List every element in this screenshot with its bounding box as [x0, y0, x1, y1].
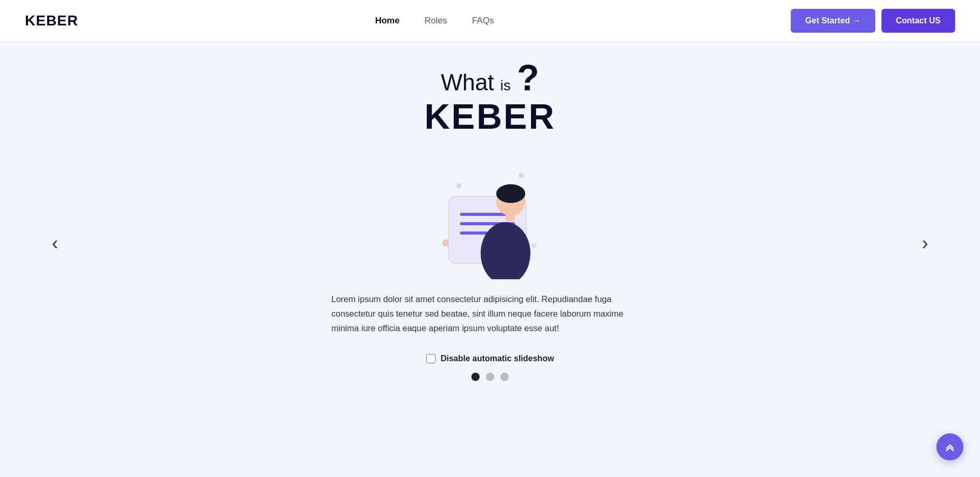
slide-illustration [402, 144, 578, 279]
nav-buttons: Get Started → Contact US [791, 9, 955, 33]
nav-link-faqs[interactable]: FAQs [472, 16, 494, 25]
nav-link-home[interactable]: Home [375, 16, 399, 25]
chevron-left-icon: ‹ [52, 233, 58, 254]
hero-heading: What is ? KEBER [424, 57, 555, 134]
heading-keber: KEBER [424, 99, 555, 134]
slide-dot-3[interactable] [500, 373, 509, 381]
slide-dots [471, 373, 509, 381]
main-content: What is ? KEBER ‹ › [0, 42, 980, 477]
contact-us-button[interactable]: Contact US [881, 9, 955, 33]
scroll-to-top-button[interactable] [936, 433, 963, 460]
prev-slide-button[interactable]: ‹ [41, 227, 68, 260]
disable-slideshow-text: Disable automatic slideshow [441, 354, 554, 363]
heading-is: is [500, 77, 511, 94]
nav-link-roles[interactable]: Roles [425, 16, 447, 25]
chevron-up-icon [944, 441, 956, 453]
svg-rect-12 [506, 213, 515, 221]
disable-slideshow-checkbox[interactable] [426, 354, 436, 363]
slideshow: ‹ › [0, 144, 980, 381]
nav-item-home[interactable]: Home [375, 16, 399, 26]
slide-description: Lorem ipsum dolor sit amet consectetur a… [329, 292, 651, 335]
slide-dot-2[interactable] [486, 373, 494, 381]
chevron-right-icon: › [922, 233, 928, 254]
nav-links: Home Roles FAQs [375, 16, 494, 26]
svg-point-11 [496, 184, 525, 203]
disable-slideshow-label[interactable]: Disable automatic slideshow [426, 354, 554, 363]
svg-point-0 [456, 183, 461, 188]
svg-point-3 [531, 243, 537, 248]
navbar: KEBER Home Roles FAQs Get Started → Cont… [0, 0, 980, 42]
get-started-button[interactable]: Get Started → [791, 9, 875, 33]
svg-point-1 [519, 173, 524, 178]
heading-what: What [441, 70, 494, 96]
logo: KEBER [25, 12, 78, 29]
nav-item-roles[interactable]: Roles [425, 16, 447, 26]
heading-question-mark: ? [517, 57, 539, 99]
next-slide-button[interactable]: › [912, 227, 939, 260]
slide-dot-1[interactable] [471, 373, 480, 381]
nav-item-faqs[interactable]: FAQs [472, 16, 494, 26]
